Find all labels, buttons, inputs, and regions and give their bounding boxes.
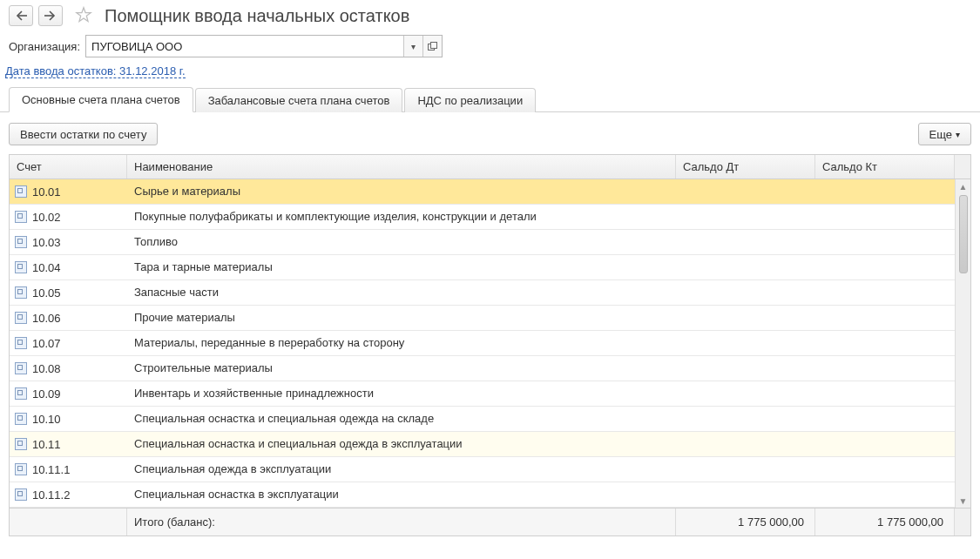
account-icon	[15, 337, 27, 349]
scroll-header	[955, 155, 970, 178]
tab-1[interactable]: Забалансовые счета плана счетов	[195, 88, 403, 112]
dropdown-icon[interactable]: ▾	[403, 36, 422, 57]
credit-cell	[815, 179, 955, 204]
account-code: 10.06	[32, 312, 61, 325]
table-row[interactable]: 10.11.2Специальная оснастка в эксплуатац…	[10, 482, 970, 508]
debit-cell	[676, 306, 815, 330]
more-button[interactable]: Еще ▾	[918, 123, 971, 145]
chevron-down-icon: ▾	[956, 130, 960, 139]
account-name: Специальная одежда в эксплуатации	[127, 457, 676, 482]
account-name: Специальная оснастка в эксплуатации	[127, 482, 676, 507]
col-debit[interactable]: Сальдо Дт	[676, 155, 815, 178]
table-row[interactable]: 10.08Строительные материалы	[10, 356, 970, 381]
table-row[interactable]: 10.11.1Специальная одежда в эксплуатации	[10, 457, 970, 482]
debit-cell	[676, 280, 815, 305]
credit-cell	[815, 407, 955, 431]
table-row[interactable]: 10.11Специальная оснастка и специальная …	[10, 432, 970, 457]
footer-credit: 1 775 000,00	[815, 508, 955, 535]
account-cell: 10.11.1	[10, 457, 127, 482]
account-name: Покупные полуфабрикаты и комплектующие и…	[127, 205, 676, 229]
page-title: Помощник ввода начальных остатков	[105, 6, 409, 26]
account-icon	[15, 463, 27, 475]
credit-cell	[815, 356, 955, 381]
balances-date-link[interactable]: Дата ввода остатков: 31.12.2018 г.	[5, 64, 186, 78]
table-row[interactable]: 10.09Инвентарь и хозяйственные принадлеж…	[10, 381, 970, 407]
debit-cell	[676, 179, 815, 204]
back-button[interactable]	[9, 5, 33, 26]
account-cell: 10.11	[10, 432, 127, 456]
table-row[interactable]: 10.03Топливо	[10, 230, 970, 255]
account-icon	[15, 488, 27, 501]
col-account[interactable]: Счет	[10, 155, 127, 178]
scroll-down-icon[interactable]: ▼	[956, 494, 970, 508]
debit-cell	[676, 356, 815, 381]
accounts-table: Счет Наименование Сальдо Дт Сальдо Кт 10…	[9, 154, 971, 536]
account-name: Запасные части	[127, 280, 676, 305]
table-row[interactable]: 10.04Тара и тарные материалы	[10, 255, 970, 280]
account-code: 10.09	[32, 387, 61, 401]
table-row[interactable]: 10.01Сырье и материалы	[10, 179, 970, 205]
account-code: 10.11	[32, 438, 61, 451]
table-row[interactable]: 10.06Прочие материалы	[10, 306, 970, 331]
account-cell: 10.05	[10, 280, 127, 305]
debit-cell	[676, 432, 815, 456]
account-cell: 10.06	[10, 306, 127, 330]
account-icon	[15, 413, 27, 425]
account-cell: 10.02	[10, 205, 127, 229]
account-code: 10.08	[32, 362, 61, 375]
debit-cell	[676, 255, 815, 280]
account-cell: 10.08	[10, 356, 127, 381]
table-row[interactable]: 10.07Материалы, переданные в переработку…	[10, 331, 970, 356]
account-code: 10.11.2	[32, 488, 70, 502]
account-name: Материалы, переданные в переработку на с…	[127, 331, 676, 355]
forward-button[interactable]	[38, 5, 63, 26]
footer-label: Итого (баланс):	[127, 508, 676, 535]
account-icon	[15, 387, 27, 400]
account-code: 10.01	[32, 185, 61, 199]
account-cell: 10.04	[10, 255, 127, 280]
debit-cell	[676, 381, 815, 406]
account-cell: 10.03	[10, 230, 127, 254]
account-name: Топливо	[127, 230, 676, 254]
col-credit[interactable]: Сальдо Кт	[815, 155, 955, 178]
debit-cell	[676, 407, 815, 431]
table-header: Счет Наименование Сальдо Дт Сальдо Кт	[10, 155, 970, 179]
favorite-star-icon[interactable]	[75, 6, 92, 26]
account-icon	[15, 362, 27, 374]
account-icon	[15, 312, 27, 324]
credit-cell	[815, 230, 955, 254]
vertical-scrollbar[interactable]: ▲ ▼	[955, 179, 970, 508]
enter-balances-label: Ввести остатки по счету	[20, 128, 146, 141]
tab-2[interactable]: НДС по реализации	[404, 88, 536, 112]
svg-rect-3	[431, 42, 437, 48]
organization-select[interactable]: ▾	[85, 35, 443, 57]
account-name: Специальная оснастка и специальная одежд…	[127, 432, 676, 456]
account-icon	[15, 236, 27, 248]
account-cell: 10.07	[10, 331, 127, 355]
tab-0[interactable]: Основные счета плана счетов	[9, 87, 193, 112]
account-code: 10.11.1	[32, 463, 70, 476]
open-dialog-icon[interactable]	[422, 36, 442, 57]
scroll-up-icon[interactable]: ▲	[956, 179, 970, 193]
account-icon	[15, 261, 27, 273]
credit-cell	[815, 432, 955, 456]
tabs-bar: Основные счета плана счетовЗабалансовые …	[0, 86, 980, 112]
table-row[interactable]: 10.02Покупные полуфабрикаты и комплектую…	[10, 205, 970, 230]
debit-cell	[676, 230, 815, 254]
more-label: Еще	[929, 128, 952, 141]
account-cell: 10.09	[10, 381, 127, 406]
account-cell: 10.01	[10, 179, 127, 204]
scroll-thumb[interactable]	[959, 195, 968, 273]
debit-cell	[676, 457, 815, 482]
enter-balances-button[interactable]: Ввести остатки по счету	[9, 123, 158, 145]
account-code: 10.05	[32, 286, 61, 300]
account-code: 10.10	[32, 413, 61, 426]
table-row[interactable]: 10.10Специальная оснастка и специальная …	[10, 407, 970, 432]
account-code: 10.03	[32, 236, 61, 249]
organization-input[interactable]	[86, 36, 403, 57]
account-code: 10.04	[32, 261, 61, 274]
col-name[interactable]: Наименование	[127, 155, 676, 178]
debit-cell	[676, 482, 815, 507]
account-name: Строительные материалы	[127, 356, 676, 381]
table-row[interactable]: 10.05Запасные части	[10, 280, 970, 306]
